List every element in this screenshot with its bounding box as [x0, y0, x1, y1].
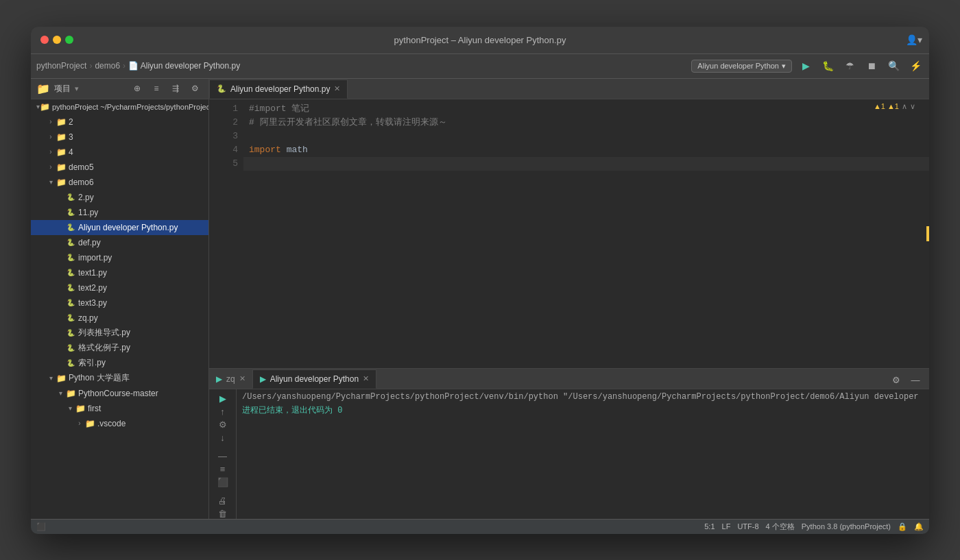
status-bar: ⬛ 5:1 LF UTF-8 4 个空格 Python 3.8 (pythonP…	[31, 519, 929, 534]
tree-item-text1py[interactable]: 🐍 text1.py	[31, 265, 208, 280]
folder-2-label: 2	[69, 117, 73, 127]
tree-item-aliyun-py[interactable]: 🐍 Aliyun developer Python.py	[31, 220, 208, 235]
tree-item-project[interactable]: ▾ 📁 pythonProject ~/PycharmProjects/pyth…	[31, 99, 208, 114]
tree-item-demo5[interactable]: › 📁 demo5	[31, 160, 208, 175]
status-encoding[interactable]: UTF-8	[737, 522, 758, 531]
tree-item-defpy[interactable]: 🐍 def.py	[31, 235, 208, 250]
settings-gear-icon[interactable]: ⚙	[888, 372, 904, 389]
account-icon[interactable]: 👤▾	[906, 32, 922, 48]
sidebar: 📁 项目 ▾ ⊕ ≡ ⇶ ⚙ ▾ 📁 pythonProject ~/Pycha…	[31, 79, 209, 519]
bottom-tab-icons: ⚙ —	[888, 372, 929, 389]
stop-button[interactable]: ⏹	[863, 58, 880, 74]
search-button[interactable]: 🔍	[885, 58, 902, 74]
bottom-tab-zq-close[interactable]: ✕	[239, 374, 245, 383]
run-config-button[interactable]: Aliyun developer Python ▾	[691, 60, 792, 73]
status-notifications-icon[interactable]: 🔔	[914, 522, 924, 531]
breadcrumb: pythonProject › demo6 › 📄 Aliyun develop…	[36, 61, 240, 71]
tree-item-text3py[interactable]: 🐍 text3.py	[31, 295, 208, 311]
warning-area: ▲1 ▲1 ∧ ∨	[874, 99, 915, 111]
tree-item-course-master[interactable]: ▾ 📁 PythonCourse-master	[31, 386, 208, 401]
titlebar: pythonProject – Aliyun developer Python.…	[31, 27, 929, 54]
minimize-button[interactable]	[53, 36, 61, 44]
close-button[interactable]	[40, 36, 49, 44]
editor-tab-aliyun[interactable]: 🐍 Aliyun developer Python.py ✕	[209, 80, 348, 99]
sidebar-file-tree: ▾ 📁 pythonProject ~/PycharmProjects/pyth…	[31, 99, 208, 519]
bottom-panel: ▶ zq ✕ ▶ Aliyun developer Python ✕ ⚙ —	[209, 368, 929, 519]
code-line-1: #import 笔记	[243, 102, 929, 116]
status-lock-icon: 🔒	[898, 522, 907, 531]
code-line-5	[243, 157, 929, 171]
line-num-2: 2	[215, 116, 238, 130]
status-position[interactable]: 5:1	[704, 522, 715, 531]
tree-item-11py[interactable]: 🐍 11.py	[31, 205, 208, 220]
bottom-tab-aliyun[interactable]: ▶ Aliyun developer Python ✕	[252, 369, 376, 389]
breadcrumb-file[interactable]: 📄 Aliyun developer Python.py	[128, 61, 240, 71]
run-command-line: /Users/yanshuopeng/PycharmProjects/pytho…	[242, 392, 924, 402]
collapse-warnings-icon[interactable]: ∨	[910, 102, 915, 111]
new-file-icon[interactable]: ⊕	[129, 80, 145, 97]
collapse-icon[interactable]: ≡	[148, 80, 165, 97]
status-python[interactable]: Python 3.8 (pythonProject)	[802, 522, 891, 531]
status-line-ending[interactable]: LF	[722, 522, 731, 531]
run-sidebar-btn1[interactable]: —	[215, 451, 231, 461]
run-sidebar-btn4[interactable]: 🖨	[215, 496, 231, 506]
run-config-dropdown[interactable]: ▾	[782, 62, 786, 71]
action-button[interactable]: ⚡	[907, 58, 924, 74]
bottom-tab-aliyun-close[interactable]: ✕	[363, 374, 369, 383]
sidebar-header-icons: ⊕ ≡ ⇶ ⚙	[129, 80, 203, 97]
bottom-tab-zq-label: zq	[226, 374, 235, 384]
breadcrumb-folder[interactable]: demo6	[95, 61, 120, 71]
status-expand-icon[interactable]: ⬛	[36, 522, 46, 531]
tree-item-index[interactable]: 🐍 索引.py	[31, 356, 208, 371]
tree-item-first[interactable]: ▾ 📁 first	[31, 401, 208, 416]
tree-item-university[interactable]: ▾ 📁 Python 大学题库	[31, 371, 208, 386]
tree-item-zqpy[interactable]: 🐍 zq.py	[31, 311, 208, 326]
code-content[interactable]: #import 笔记 # 阿里云开发者社区原创文章，转载请注明来源～ impor…	[243, 99, 929, 368]
bottom-tab-bar: ▶ zq ✕ ▶ Aliyun developer Python ✕ ⚙ —	[209, 369, 929, 389]
run-sidebar-btn5[interactable]: 🗑	[215, 509, 231, 519]
tree-item-2py[interactable]: 🐍 2.py	[31, 190, 208, 205]
status-indent[interactable]: 4 个空格	[766, 522, 795, 532]
expand-warnings-icon[interactable]: ∧	[902, 102, 907, 111]
bottom-tab-zq[interactable]: ▶ zq ✕	[209, 369, 252, 389]
run-sidebar-btn3[interactable]: ⬛	[215, 477, 231, 487]
sidebar-title-arrow: ▾	[75, 84, 79, 93]
debug-button[interactable]: 🐛	[819, 58, 836, 74]
tree-item-importpy[interactable]: 🐍 import.py	[31, 250, 208, 265]
bottom-tab-aliyun-label: Aliyun developer Python	[270, 374, 359, 384]
tree-item-folder-3[interactable]: › 📁 3	[31, 130, 208, 145]
tree-item-format[interactable]: 🐍 格式化例子.py	[31, 341, 208, 356]
run-sidebar-btn2[interactable]: ≡	[215, 464, 231, 474]
run-sidebar: ▶ ↑ ⚙ ↓ — ≡ ⬛ 🖨 🗑	[209, 389, 237, 519]
tree-item-folder-2[interactable]: › 📁 2	[31, 114, 208, 130]
maximize-button[interactable]	[65, 36, 73, 44]
vscode-label: .vscode	[97, 419, 125, 428]
run-settings-btn[interactable]: ⚙	[215, 419, 231, 430]
run-button[interactable]: ▶	[797, 58, 814, 74]
main-area: 📁 项目 ▾ ⊕ ≡ ⇶ ⚙ ▾ 📁 pythonProject ~/Pycha…	[31, 79, 929, 519]
status-left: ⬛	[36, 522, 46, 531]
run-play-btn[interactable]: ▶	[215, 393, 231, 404]
breadcrumb-project[interactable]: pythonProject	[36, 61, 86, 71]
line-num-1: 1	[215, 102, 238, 116]
status-right: 5:1 LF UTF-8 4 个空格 Python 3.8 (pythonPro…	[704, 522, 924, 532]
settings-icon[interactable]: ⚙	[187, 80, 203, 97]
run-result-line: 进程已结束，退出代码为 0	[242, 404, 924, 416]
tree-item-folder-4[interactable]: › 📁 4	[31, 145, 208, 160]
tree-item-list-comp[interactable]: 🐍 列表推导式.py	[31, 326, 208, 341]
course-master-label: PythonCourse-master	[78, 389, 158, 398]
tree-item-text2py[interactable]: 🐍 text2.py	[31, 280, 208, 295]
tree-item-demo6[interactable]: ▾ 📁 demo6	[31, 175, 208, 190]
line-num-3: 3	[215, 130, 238, 143]
expand-icon[interactable]: ⇶	[167, 80, 184, 97]
tree-item-vscode[interactable]: › 📁 .vscode	[31, 416, 208, 431]
tab-close-icon[interactable]: ✕	[334, 84, 340, 93]
run-down-btn[interactable]: ↓	[215, 433, 231, 443]
coverage-button[interactable]: ☂	[841, 58, 858, 74]
close-panel-icon[interactable]: —	[907, 372, 924, 389]
file-2py-label: 2.py	[78, 193, 94, 202]
file-text3-label: text3.py	[78, 298, 107, 308]
run-up-btn[interactable]: ↑	[215, 406, 231, 417]
university-label: Python 大学题库	[69, 372, 130, 384]
editor-area: 🐍 Aliyun developer Python.py ✕ 1 2 3 4 5…	[209, 79, 929, 519]
